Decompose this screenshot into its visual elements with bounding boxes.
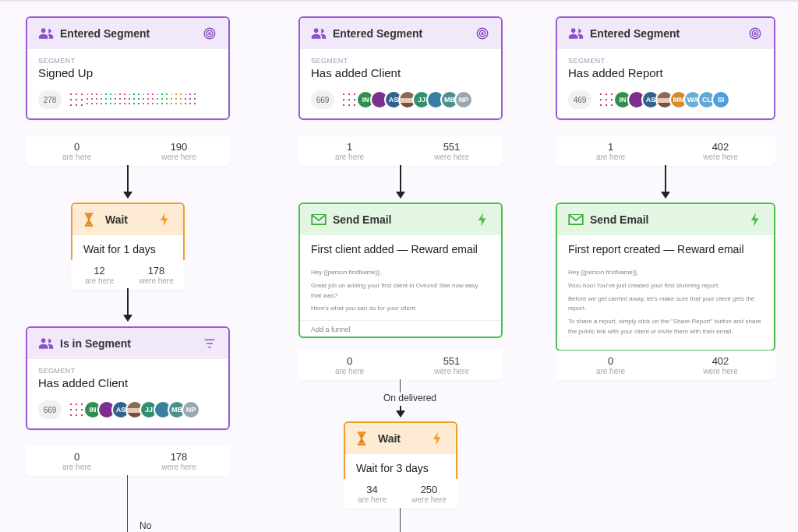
- card-body: First report created — Reward email Hey …: [557, 235, 774, 350]
- stat-label: are here: [298, 153, 401, 161]
- stat-number: 1: [298, 141, 401, 153]
- wait-card-1day[interactable]: Wait Wait for 1 days: [71, 203, 185, 266]
- svg-rect-8: [358, 432, 366, 433]
- svg-point-10: [750, 28, 761, 39]
- card-body: First client added — Reward email Hey {{…: [300, 235, 501, 336]
- email-preview-line: Woo-hoo! You've just created your first …: [568, 281, 763, 291]
- stat-label: are here: [344, 495, 401, 504]
- hourglass-icon: [83, 213, 101, 227]
- email-preview-line: Hey {{person.firstName}},: [568, 268, 763, 278]
- svg-point-5: [477, 28, 488, 39]
- wait-card-3days[interactable]: Wait Wait for 3 days: [344, 421, 457, 485]
- stat-label: were here: [401, 153, 503, 161]
- card-stats-footer: 0 are here 178 were here: [26, 446, 230, 476]
- stat-are-here: 12 are here: [71, 265, 128, 285]
- card-header: Wait: [72, 204, 183, 235]
- envelope-icon: [311, 214, 328, 225]
- bolt-icon: [747, 212, 763, 227]
- email-card-first-client[interactable]: Send Email First client added — Reward e…: [298, 203, 503, 338]
- stat-were-here: 551 were here: [401, 141, 503, 161]
- segment-card-is-in-segment[interactable]: Is in Segment SEGMENT Has added Client 6…: [26, 326, 230, 430]
- card-stats-footer: 1 are here 551 were here: [298, 136, 503, 166]
- people-icon: [311, 27, 328, 40]
- segment-label: SEGMENT: [38, 57, 217, 65]
- stat-label: are here: [556, 153, 666, 161]
- stat-number: 190: [128, 141, 230, 153]
- stat-label: were here: [666, 367, 775, 375]
- flow-arrow: [127, 165, 129, 198]
- stat-were-here: 178 were here: [128, 451, 230, 471]
- email-preview-line: Great job on adding your first client in…: [311, 281, 490, 301]
- stat-were-here: 250 were here: [401, 484, 457, 504]
- svg-point-1: [207, 30, 213, 37]
- email-card-first-report[interactable]: Send Email First report created — Reward…: [556, 203, 775, 351]
- hourglass-icon: [356, 432, 373, 446]
- stat-are-here: 34 are here: [344, 484, 401, 504]
- svg-rect-3: [85, 213, 94, 214]
- card-stats-footer: 0 are here 402 were here: [556, 351, 775, 380]
- card-header: Send Email: [300, 204, 501, 235]
- avatar-row: 278: [38, 90, 217, 109]
- stat-are-here: 0 are here: [298, 355, 401, 375]
- email-subject: First report created — Reward email: [568, 243, 763, 255]
- card-title: Entered Segment: [333, 27, 475, 40]
- flow-arrow: [665, 165, 666, 198]
- stat-are-here: 0 are here: [556, 355, 666, 375]
- target-icon: [202, 26, 217, 41]
- stat-number: 178: [128, 451, 230, 463]
- card-header: Is in Segment: [27, 328, 228, 359]
- stat-number: 250: [401, 484, 457, 495]
- stat-are-here: 1 are here: [556, 141, 666, 161]
- stat-were-here: 402 were here: [666, 141, 775, 161]
- stat-number: 402: [666, 355, 775, 367]
- svg-point-12: [754, 33, 756, 34]
- stat-label: are here: [26, 153, 128, 161]
- svg-point-11: [752, 30, 758, 37]
- card-stats-footer: 0 are here 190 were here: [26, 136, 230, 166]
- card-body: SEGMENT Has added Client 669 INASJJMBNP: [27, 359, 228, 428]
- card-header: Entered Segment: [300, 18, 501, 49]
- bolt-icon: [475, 212, 490, 227]
- card-title: Send Email: [590, 213, 747, 226]
- stat-are-here: 1 are here: [298, 141, 401, 161]
- email-preview-line: Here's what you can do for your client:: [311, 304, 490, 314]
- svg-point-6: [479, 30, 486, 37]
- avatar-placeholder-icon: [68, 401, 85, 418]
- stat-were-here: 402 were here: [666, 355, 775, 375]
- flow-connector: [400, 508, 401, 532]
- avatar: [182, 90, 200, 109]
- people-icon: [38, 27, 55, 40]
- bolt-icon: [157, 212, 172, 227]
- segment-card-signed-up[interactable]: Entered Segment SEGMENT Signed Up 278: [26, 16, 230, 120]
- card-stats-footer: 34 are here 250 were here: [344, 479, 457, 509]
- stat-number: 1: [556, 141, 666, 153]
- stat-label: are here: [71, 277, 128, 285]
- card-title: Wait: [105, 213, 157, 226]
- flow-arrow: [127, 288, 129, 321]
- svg-point-2: [209, 33, 210, 34]
- card-title: Is in Segment: [60, 337, 202, 350]
- target-icon: [747, 26, 763, 41]
- member-count-badge: 278: [38, 90, 62, 109]
- segment-card-has-added-report[interactable]: Entered Segment SEGMENT Has added Report…: [556, 16, 775, 120]
- email-preview-line: To share a report, simply click on the "…: [568, 317, 763, 337]
- segment-label: SEGMENT: [568, 57, 763, 65]
- stat-number: 0: [556, 355, 666, 367]
- card-body: SEGMENT Has added Report 469 INASMMWACLS…: [557, 49, 774, 118]
- email-preview: Hey {{person.firstName}}, Great job on a…: [311, 268, 490, 314]
- stat-were-here: 190 were here: [128, 141, 230, 161]
- bolt-icon: [429, 431, 445, 446]
- avatar-row: 669 INASJJMBNP: [38, 400, 217, 419]
- stat-label: were here: [128, 153, 230, 161]
- segment-label: SEGMENT: [311, 57, 490, 65]
- card-title: Entered Segment: [590, 27, 747, 40]
- avatar-placeholder-icon: [68, 91, 85, 108]
- add-funnel-link[interactable]: Add a funnel: [300, 320, 501, 335]
- svg-point-0: [204, 28, 215, 39]
- segment-card-has-added-client[interactable]: Entered Segment SEGMENT Has added Client…: [298, 16, 503, 120]
- stat-label: were here: [128, 463, 230, 471]
- stat-label: were here: [401, 495, 457, 504]
- avatar-placeholder-icon: [341, 91, 358, 108]
- stat-number: 0: [26, 451, 128, 463]
- segment-name: Has added Client: [311, 66, 490, 79]
